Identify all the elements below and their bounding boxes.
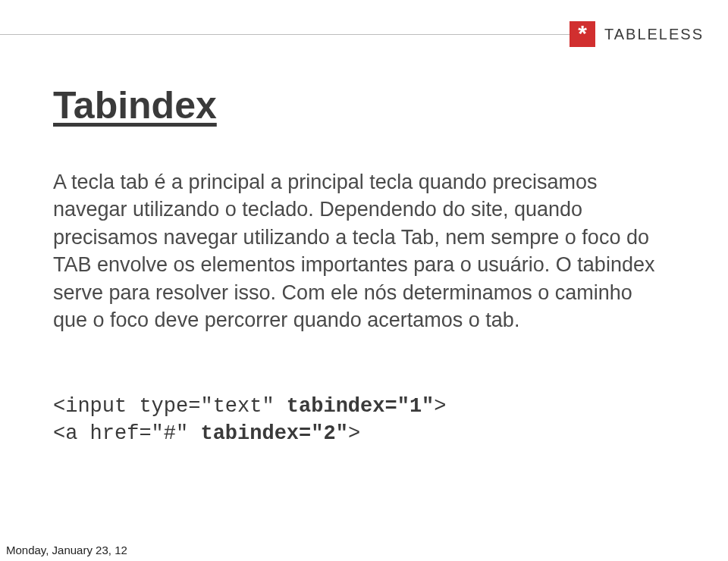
brand-block: * TABLELESS <box>570 21 704 47</box>
asterisk-icon: * <box>578 22 587 45</box>
top-rule <box>0 34 581 35</box>
code-line2-suffix: > <box>348 422 360 445</box>
code-line2-bold: tabindex="2" <box>200 422 347 445</box>
code-line1-suffix: > <box>434 395 446 418</box>
footer-date: Monday, January 23, 12 <box>6 544 127 556</box>
code-line1-prefix: <input type="text" <box>53 395 287 418</box>
body-paragraph: A tecla tab é a principal a principal te… <box>53 168 660 334</box>
brand-text: TABLELESS <box>604 26 704 43</box>
slide: * TABLELESS Tabindex A tecla tab é a pri… <box>0 0 728 561</box>
logo-square: * <box>570 21 595 47</box>
code-line2-prefix: <a href="#" <box>53 422 200 445</box>
page-title: Tabindex <box>53 83 217 127</box>
code-line1-bold: tabindex="1" <box>287 395 434 418</box>
code-example: <input type="text" tabindex="1"> <a href… <box>53 393 447 448</box>
